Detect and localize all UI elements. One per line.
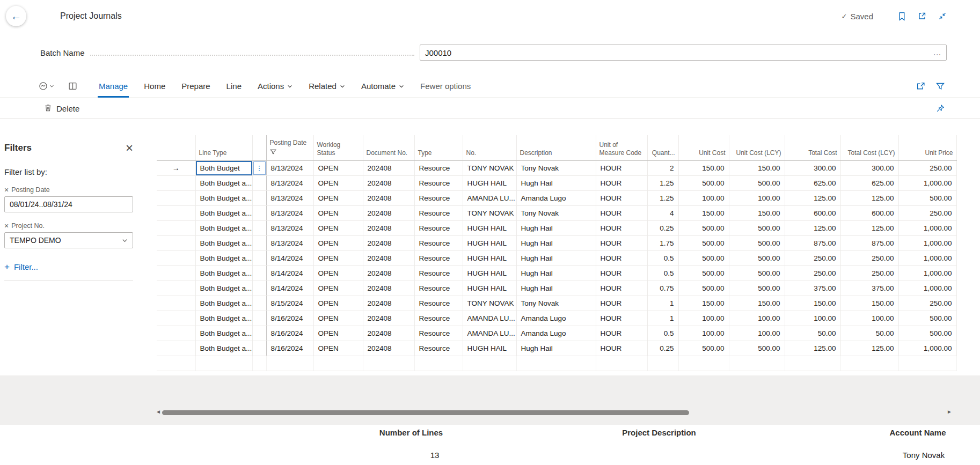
grid-cell[interactable]: 500.00: [898, 326, 956, 341]
grid-cell[interactable]: HOUR: [596, 160, 647, 175]
grid-cell[interactable]: 300.00: [785, 160, 840, 175]
grid-cell[interactable]: OPEN: [313, 250, 363, 265]
grid-cell[interactable]: OPEN: [313, 175, 363, 190]
grid-cell[interactable]: 1,000.00: [898, 250, 956, 265]
grid-cell[interactable]: 8/13/2024: [266, 160, 313, 175]
row-selector-cell[interactable]: [157, 326, 195, 341]
grid-cell[interactable]: 100.00: [678, 190, 729, 205]
column-header-description[interactable]: Description: [516, 135, 596, 160]
grid-cell[interactable]: Hugh Hail: [516, 175, 596, 190]
grid-cell[interactable]: 202408: [363, 190, 414, 205]
grid-cell[interactable]: Tony Novak: [516, 160, 596, 175]
grid-cell[interactable]: 125.00: [840, 220, 898, 235]
row-selector-cell[interactable]: [157, 265, 195, 281]
posting-date-filter-input[interactable]: 08/01/24..08/31/24: [4, 196, 133, 212]
grid-cell[interactable]: 8/16/2024: [266, 341, 313, 356]
grid-cell[interactable]: Resource: [414, 250, 463, 265]
grid-cell[interactable]: Resource: [414, 175, 463, 190]
column-header-quant[interactable]: Quant...: [647, 135, 678, 160]
grid-cell[interactable]: OPEN: [313, 341, 363, 356]
grid-cell[interactable]: 202408: [363, 265, 414, 281]
grid-cell[interactable]: 625.00: [840, 175, 898, 190]
horizontal-scrollbar-thumb[interactable]: [162, 410, 689, 415]
grid-cell[interactable]: 150.00: [729, 296, 785, 311]
column-header-total-cost[interactable]: Total Cost: [785, 135, 840, 160]
grid-cell[interactable]: 250.00: [785, 265, 840, 281]
grid-cell[interactable]: 875.00: [840, 235, 898, 250]
grid-cell[interactable]: Both Budget a...: [195, 235, 252, 250]
grid-cell[interactable]: Both Budget a...: [195, 265, 252, 281]
grid-cell[interactable]: 125.00: [785, 190, 840, 205]
grid-cell[interactable]: Resource: [414, 190, 463, 205]
grid-cell[interactable]: Resource: [414, 205, 463, 220]
back-button[interactable]: ←: [6, 6, 26, 26]
grid-cell[interactable]: 1,000.00: [898, 175, 956, 190]
grid-cell[interactable]: Resource: [414, 220, 463, 235]
grid-cell[interactable]: 500.00: [729, 235, 785, 250]
row-selector-cell[interactable]: [157, 250, 195, 265]
grid-cell[interactable]: HUGH HAIL: [463, 265, 516, 281]
grid-cell[interactable]: 8/13/2024: [266, 220, 313, 235]
layout-options-icon[interactable]: [68, 82, 77, 91]
column-header-line-type[interactable]: Line Type: [195, 135, 252, 160]
grid-cell[interactable]: 0.5: [647, 326, 678, 341]
grid-cell[interactable]: Resource: [414, 341, 463, 356]
grid-cell[interactable]: 150.00: [678, 160, 729, 175]
grid-cell[interactable]: 8/16/2024: [266, 326, 313, 341]
grid-cell[interactable]: Both Budget a...: [195, 175, 252, 190]
column-header-unit-cost-lcy[interactable]: Unit Cost (LCY): [729, 135, 785, 160]
grid-cell[interactable]: 4: [647, 205, 678, 220]
grid-cell[interactable]: Resource: [414, 235, 463, 250]
grid-cell[interactable]: 8/13/2024: [266, 175, 313, 190]
grid-cell[interactable]: 250.00: [785, 250, 840, 265]
tab-fewer-options[interactable]: Fewer options: [420, 75, 471, 98]
grid-cell[interactable]: TONY NOVAK: [463, 205, 516, 220]
column-header-unit-price[interactable]: Unit Price: [898, 135, 956, 160]
grid-cell[interactable]: HUGH HAIL: [463, 220, 516, 235]
grid-cell[interactable]: 375.00: [785, 281, 840, 296]
grid-cell[interactable]: 202408: [363, 160, 414, 175]
grid-cell[interactable]: 8/14/2024: [266, 250, 313, 265]
column-header-unit-of-measure-code[interactable]: Unit of Measure Code: [596, 135, 647, 160]
grid-cell[interactable]: 500.00: [678, 341, 729, 356]
grid-cell[interactable]: 0.5: [647, 265, 678, 281]
grid-cell[interactable]: 250.00: [898, 296, 956, 311]
grid-cell[interactable]: 1,000.00: [898, 265, 956, 281]
grid-cell[interactable]: Both Budget a...: [195, 296, 252, 311]
grid-cell[interactable]: Resource: [414, 281, 463, 296]
grid-cell[interactable]: 50.00: [785, 326, 840, 341]
share-icon[interactable]: [916, 82, 925, 91]
grid-cell[interactable]: 1,000.00: [898, 235, 956, 250]
grid-cell[interactable]: 250.00: [898, 205, 956, 220]
grid-cell[interactable]: HOUR: [596, 235, 647, 250]
grid-cell[interactable]: 500.00: [678, 265, 729, 281]
grid-cell[interactable]: 500.00: [729, 281, 785, 296]
grid-cell[interactable]: 8/14/2024: [266, 281, 313, 296]
column-header-document-no[interactable]: Document No.: [363, 135, 414, 160]
grid-cell[interactable]: TONY NOVAK: [463, 160, 516, 175]
row-selector-cell[interactable]: [157, 235, 195, 250]
bookmark-icon[interactable]: [898, 12, 906, 21]
row-selector-cell[interactable]: [157, 220, 195, 235]
tab-manage[interactable]: Manage: [99, 75, 128, 98]
assist-edit-button[interactable]: ...: [933, 50, 941, 55]
grid-cell[interactable]: 500.00: [678, 250, 729, 265]
grid-cell[interactable]: 150.00: [840, 296, 898, 311]
grid-cell[interactable]: HUGH HAIL: [463, 250, 516, 265]
tab-actions[interactable]: Actions: [258, 75, 292, 98]
grid-cell[interactable]: 1,000.00: [898, 220, 956, 235]
grid-cell[interactable]: Both Budget a...: [195, 341, 252, 356]
grid-cell[interactable]: 0.5: [647, 250, 678, 265]
row-selector-cell[interactable]: [157, 205, 195, 220]
grid-cell[interactable]: 250.00: [840, 250, 898, 265]
grid-cell[interactable]: TONY NOVAK: [463, 296, 516, 311]
row-selector-cell[interactable]: [157, 281, 195, 296]
grid-cell[interactable]: 100.00: [729, 311, 785, 326]
grid-cell[interactable]: 625.00: [785, 175, 840, 190]
grid-cell[interactable]: Hugh Hail: [516, 250, 596, 265]
grid-cell[interactable]: 125.00: [840, 341, 898, 356]
grid-cell[interactable]: Hugh Hail: [516, 220, 596, 235]
grid-cell[interactable]: 100.00: [729, 326, 785, 341]
grid-cell[interactable]: HOUR: [596, 296, 647, 311]
grid-cell[interactable]: 8/14/2024: [266, 265, 313, 281]
